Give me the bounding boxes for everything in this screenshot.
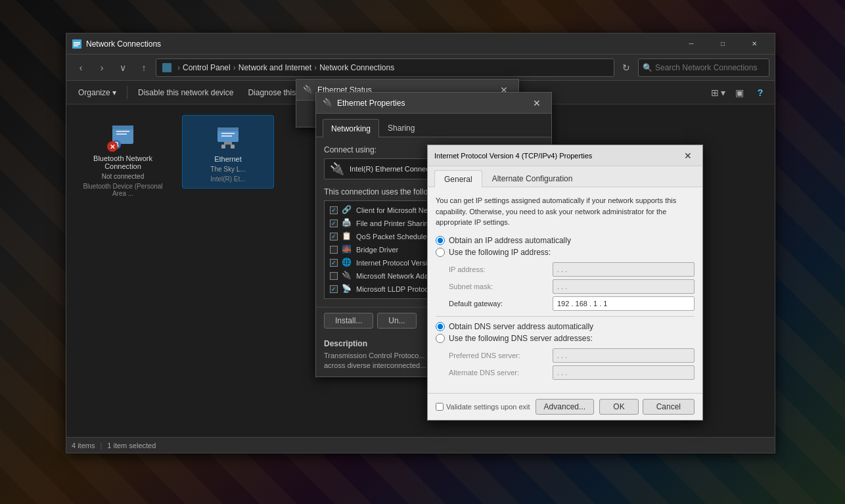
bridge-label: Bridge Driver bbox=[356, 246, 398, 254]
install-button[interactable]: Install... bbox=[324, 313, 373, 329]
path-network-internet[interactable]: Network and Internet bbox=[239, 63, 311, 72]
ethernet-status: The Sky L... bbox=[210, 166, 245, 173]
bluetooth-icon-container: B ✕ bbox=[107, 120, 139, 152]
bluetooth-connection-item[interactable]: B ✕ Bluetooth Network Connection Not con… bbox=[77, 115, 169, 202]
preview-button[interactable]: ▣ bbox=[730, 83, 748, 102]
svg-rect-8 bbox=[116, 133, 127, 135]
path-separator-3: › bbox=[314, 63, 317, 72]
ipv4-footer: Validate settings upon exit Advanced... … bbox=[428, 393, 702, 420]
forward-button[interactable]: › bbox=[93, 58, 111, 77]
uninstall-button[interactable]: Un... bbox=[377, 313, 416, 329]
footer-buttons: OK Cancel bbox=[599, 399, 695, 415]
ethernet-name: Ethernet bbox=[214, 155, 242, 163]
ethernet-icon-container bbox=[212, 121, 244, 152]
subnet-mask-input[interactable] bbox=[553, 279, 695, 294]
ms-adapter-label: Microsoft Network Adap... bbox=[356, 272, 438, 280]
eth-props-tabs: Networking Sharing bbox=[316, 114, 551, 137]
disable-network-button[interactable]: Disable this network device bbox=[131, 83, 240, 102]
help-button[interactable]: ? bbox=[751, 83, 769, 102]
subnet-mask-label: Subnet mask: bbox=[449, 283, 547, 290]
items-count: 4 items bbox=[72, 442, 95, 449]
use-ip-radio[interactable] bbox=[436, 248, 445, 257]
svg-rect-16 bbox=[221, 145, 225, 149]
up-button[interactable]: ↑ bbox=[135, 58, 153, 77]
path-network-connections[interactable]: Network Connections bbox=[319, 63, 394, 72]
checkbox-ipv4[interactable]: ✓ bbox=[330, 259, 338, 267]
close-button[interactable]: ✕ bbox=[739, 34, 769, 55]
back-button[interactable]: ‹ bbox=[72, 58, 90, 77]
bluetooth-name: Bluetooth Network Connection bbox=[82, 154, 164, 170]
toolbar-separator-1 bbox=[127, 86, 127, 99]
qos-label: QoS Packet Scheduler... bbox=[356, 233, 435, 241]
ipv4-title-bar: Internet Protocol Version 4 (TCP/IPv4) P… bbox=[428, 145, 702, 166]
dns-radio-group: Obtain DNS server address automatically … bbox=[436, 322, 695, 343]
status-separator-1: | bbox=[100, 442, 102, 449]
ok-button[interactable]: OK bbox=[599, 399, 638, 415]
checkbox-bridge[interactable] bbox=[330, 246, 338, 254]
maximize-button[interactable]: □ bbox=[708, 34, 738, 55]
svg-rect-1 bbox=[74, 42, 80, 43]
ipv4-body: You can get IP settings assigned automat… bbox=[428, 187, 702, 393]
ipv4-properties-dialog: Internet Protocol Version 4 (TCP/IPv4) P… bbox=[427, 145, 703, 421]
bluetooth-detail: Bluetooth Device (Personal Area ... bbox=[82, 183, 164, 197]
tab-networking[interactable]: Networking bbox=[323, 119, 379, 137]
validate-check-row: Validate settings upon exit bbox=[436, 403, 530, 411]
address-path[interactable]: › Control Panel › Network and Internet ›… bbox=[156, 58, 614, 77]
svg-rect-15 bbox=[224, 142, 232, 145]
ipv4-title: Internet Protocol Version 4 (TCP/IPv4) P… bbox=[434, 152, 680, 160]
organize-button[interactable]: Organize ▾ bbox=[72, 83, 123, 102]
use-dns-label: Use the following DNS server addresses: bbox=[449, 334, 593, 343]
tab-alternate-config[interactable]: Alternate Configuration bbox=[482, 170, 583, 187]
obtain-dns-row: Obtain DNS server address automatically bbox=[436, 322, 695, 331]
bluetooth-status: Not connected bbox=[102, 173, 145, 180]
path-control-panel[interactable]: Control Panel bbox=[183, 63, 231, 72]
svg-rect-7 bbox=[116, 131, 129, 132]
lldp-label: Microsoft LLDP Protoco... bbox=[356, 285, 438, 293]
eth-props-title: Ethernet Properties bbox=[337, 99, 529, 108]
ip-address-input[interactable] bbox=[553, 262, 695, 277]
search-input[interactable] bbox=[655, 63, 765, 72]
divider-1 bbox=[436, 316, 695, 317]
obtain-ip-label: Obtain an IP address automatically bbox=[449, 236, 571, 245]
ethernet-detail: Intel(R) Et... bbox=[210, 175, 245, 183]
printer-label: File and Printer Sharing... bbox=[356, 219, 438, 227]
obtain-ip-row: Obtain an IP address automatically bbox=[436, 236, 695, 245]
svg-rect-17 bbox=[231, 145, 235, 149]
svg-rect-2 bbox=[74, 43, 80, 45]
cancel-button[interactable]: Cancel bbox=[643, 399, 695, 415]
tab-sharing[interactable]: Sharing bbox=[379, 119, 423, 137]
use-dns-radio[interactable] bbox=[436, 334, 445, 343]
history-button[interactable]: ∨ bbox=[114, 58, 132, 77]
refresh-button[interactable]: ↻ bbox=[617, 58, 635, 77]
eth-props-close-button[interactable]: ✕ bbox=[529, 95, 545, 111]
alternate-dns-input[interactable] bbox=[553, 365, 695, 380]
preferred-dns-input[interactable] bbox=[553, 348, 695, 363]
tab-general[interactable]: General bbox=[434, 170, 482, 187]
ethernet-connection-item[interactable]: Ethernet The Sky L... Intel(R) Et... bbox=[182, 115, 274, 189]
bridge-icon: 🌉 bbox=[342, 244, 352, 255]
ip-radio-group: Obtain an IP address automatically Use t… bbox=[436, 236, 695, 257]
preferred-dns-label: Preferred DNS server: bbox=[449, 352, 547, 359]
ethernet-status-icon: 🔌 bbox=[303, 85, 313, 95]
ipv4-close-button[interactable]: ✕ bbox=[680, 148, 696, 164]
printer-icon: 🖨️ bbox=[342, 218, 352, 229]
obtain-dns-radio[interactable] bbox=[436, 322, 445, 331]
use-ip-row: Use the following IP address: bbox=[436, 248, 695, 257]
change-view-button[interactable]: ⊞ ▾ bbox=[709, 83, 727, 102]
search-box[interactable]: 🔍 bbox=[638, 58, 769, 77]
checkbox-client[interactable]: ✓ bbox=[330, 206, 338, 214]
checkbox-printer[interactable]: ✓ bbox=[330, 219, 338, 227]
validate-checkbox[interactable] bbox=[436, 403, 444, 411]
checkbox-lldp[interactable]: ✓ bbox=[330, 285, 338, 293]
address-bar: ‹ › ∨ ↑ › Control Panel › Network and In… bbox=[66, 55, 775, 81]
bluetooth-error-badge: ✕ bbox=[107, 141, 118, 152]
advanced-button[interactable]: Advanced... bbox=[536, 399, 594, 415]
default-gateway-input[interactable] bbox=[553, 296, 695, 311]
obtain-ip-radio[interactable] bbox=[436, 236, 445, 245]
svg-rect-6 bbox=[112, 126, 133, 129]
svg-rect-12 bbox=[217, 127, 239, 131]
window-controls: ─ □ ✕ bbox=[676, 34, 769, 55]
checkbox-ms-adapter[interactable] bbox=[330, 272, 338, 280]
minimize-button[interactable]: ─ bbox=[676, 34, 706, 55]
checkbox-qos[interactable]: ✓ bbox=[330, 233, 338, 241]
